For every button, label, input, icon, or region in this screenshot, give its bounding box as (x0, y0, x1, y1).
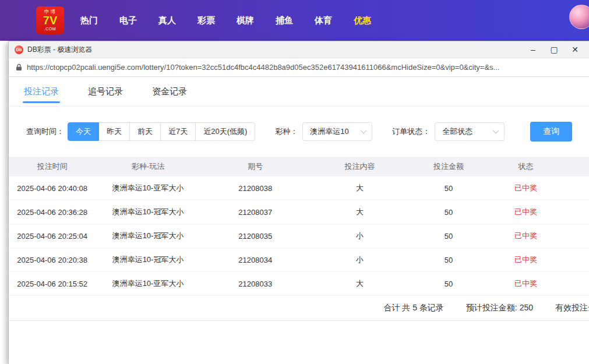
nav-item-2[interactable]: 电子 (119, 15, 137, 26)
logo-text-bottom: .COM (44, 26, 56, 31)
chevron-down-icon (493, 127, 499, 133)
search-button[interactable]: 查询 (530, 122, 572, 142)
bet-time-cell: 2025-04-06 20:40:08 (9, 184, 96, 193)
minimize-button[interactable]: – (523, 42, 544, 57)
chevron-down-icon (361, 127, 367, 133)
bet-amount-cell: 50 (409, 184, 488, 193)
summary-bar: 合计 共 5 条记录 预计投注金额: 250 有效投注金额 (9, 296, 589, 321)
bet-content-cell: 大 (311, 278, 409, 289)
user-avatar[interactable] (569, 5, 589, 29)
time-filter-option-2[interactable]: 昨天 (98, 122, 130, 141)
window-title: DB彩票 - 极速浏览器 (27, 45, 92, 55)
nav-item-8[interactable]: 优惠 (354, 15, 371, 26)
column-header-3: 期号 (200, 161, 311, 172)
nav-item-6[interactable]: 捕鱼 (276, 15, 293, 26)
table-row: 2025-04-06 20:20:38澳洲幸运10-冠军大小21208034小5… (9, 248, 589, 272)
nav-item-4[interactable]: 彩票 (197, 15, 215, 26)
table-row: 2025-04-06 20:40:08澳洲幸运10-亚军大小21208038大5… (9, 176, 589, 200)
table-row: 2025-04-06 20:25:04澳洲幸运10-冠军大小21208035小5… (9, 224, 589, 248)
table-row: 2025-04-06 20:15:52澳洲幸运10-亚军大小21208033大5… (9, 272, 589, 296)
time-filter-option-4[interactable]: 近7天 (160, 122, 196, 141)
status-cell: 已中奖 (488, 231, 563, 241)
nav-item-7[interactable]: 体育 (315, 15, 332, 26)
tab-2[interactable]: 追号记录 (88, 77, 123, 106)
bet-content-cell: 大 (311, 207, 409, 217)
top-navbar: 申博 7V .COM 热门电子真人彩票棋牌捕鱼体育优惠 (0, 0, 589, 41)
game-play-cell: 澳洲幸运10-冠军大小 (96, 255, 200, 265)
lock-icon (16, 63, 22, 71)
time-filter-label: 查询时间： (26, 126, 64, 137)
order-status-label: 订单状态： (392, 126, 430, 137)
main-nav: 热门电子真人彩票棋牌捕鱼体育优惠 (80, 15, 371, 26)
bet-time-cell: 2025-04-06 20:15:52 (9, 280, 96, 288)
issue-number-cell: 21208038 (200, 184, 311, 193)
nav-item-3[interactable]: 真人 (158, 15, 176, 26)
status-cell: 已中奖 (488, 278, 563, 289)
lottery-select[interactable]: 澳洲幸运10 (302, 122, 372, 141)
game-play-cell: 澳洲幸运10-亚军大小 (96, 183, 200, 193)
app-icon: DB (15, 45, 23, 54)
tab-3[interactable]: 资金记录 (152, 77, 187, 106)
game-play-cell: 澳洲幸运10-冠军大小 (96, 231, 200, 241)
time-filter-option-3[interactable]: 前天 (129, 122, 161, 141)
bet-amount-cell: 50 (409, 232, 488, 241)
nav-item-1[interactable]: 热门 (80, 15, 98, 26)
nav-item-5[interactable]: 棋牌 (237, 15, 254, 26)
bet-content-cell: 小 (311, 231, 409, 241)
issue-number-cell: 21208037 (200, 208, 311, 217)
issue-number-cell: 21208034 (200, 256, 311, 264)
status-cell: 已中奖 (488, 207, 563, 217)
game-play-cell: 澳洲幸运10-冠军大小 (96, 207, 200, 217)
status-cell: 已中奖 (488, 255, 563, 265)
issue-number-cell: 21208035 (200, 232, 311, 241)
column-header-6: 状态 (488, 161, 563, 172)
game-play-cell: 澳洲幸运10-亚军大小 (96, 278, 200, 289)
bet-time-cell: 2025-04-06 20:25:04 (9, 232, 96, 241)
table-row: 2025-04-06 20:36:28澳洲幸运10-冠军大小21208037大5… (9, 200, 589, 224)
column-header-4: 投注内容 (311, 161, 409, 172)
table-body: 2025-04-06 20:40:08澳洲幸运10-亚军大小21208038大5… (9, 176, 589, 296)
window-titlebar: DB DB彩票 - 极速浏览器 – ▢ ✕ (9, 41, 589, 58)
order-status-select[interactable]: 全部状态 (435, 122, 505, 141)
url-text: https://ctopcp02pcali.uengi5e.com/lotter… (27, 63, 499, 72)
table-header-row: 投注时间彩种-玩法期号投注内容投注金额状态 (9, 157, 589, 176)
lottery-filter-label: 彩种： (275, 126, 298, 137)
total-records: 合计 共 5 条记录 (383, 303, 443, 313)
time-filter-option-5[interactable]: 近20天(低频) (195, 122, 255, 141)
order-status-value: 全部状态 (442, 126, 472, 137)
close-button[interactable]: ✕ (565, 42, 586, 57)
bet-time-cell: 2025-04-06 20:20:38 (9, 256, 96, 264)
bet-table: 投注时间彩种-玩法期号投注内容投注金额状态 2025-04-06 20:40:0… (9, 157, 589, 296)
column-header-1: 投注时间 (9, 161, 96, 172)
status-cell: 已中奖 (488, 183, 563, 193)
time-filter-group: 今天昨天前天近7天近20天(低频) (68, 122, 255, 141)
column-header-2: 彩种-玩法 (96, 161, 200, 172)
logo-text-main: 7V (43, 15, 57, 26)
maximize-button[interactable]: ▢ (544, 42, 565, 57)
address-bar[interactable]: https://ctopcp02pcali.uengi5e.com/lotter… (9, 58, 589, 77)
issue-number-cell: 21208033 (200, 280, 311, 288)
bet-amount-cell: 50 (409, 208, 488, 217)
record-tabs: 投注记录追号记录资金记录 (9, 77, 589, 107)
filter-bar: 查询时间： 今天昨天前天近7天近20天(低频) 彩种： 澳洲幸运10 订单状态：… (9, 107, 589, 157)
browser-window: DB DB彩票 - 极速浏览器 – ▢ ✕ https://ctopcp02pc… (8, 41, 589, 364)
bet-amount-cell: 50 (409, 280, 488, 288)
bet-content-cell: 小 (311, 255, 409, 265)
expected-bet-amount: 预计投注金额: 250 (466, 303, 533, 313)
bet-amount-cell: 50 (409, 256, 488, 264)
bet-content-cell: 大 (311, 183, 409, 193)
tab-1[interactable]: 投注记录 (24, 77, 59, 106)
time-filter-option-1[interactable]: 今天 (68, 122, 99, 141)
valid-bet-amount: 有效投注金额 (555, 303, 589, 313)
column-header-5: 投注金额 (409, 161, 488, 172)
lottery-select-value: 澳洲幸运10 (310, 126, 348, 137)
site-logo[interactable]: 申博 7V .COM (36, 6, 64, 34)
bet-time-cell: 2025-04-06 20:36:28 (9, 208, 96, 217)
